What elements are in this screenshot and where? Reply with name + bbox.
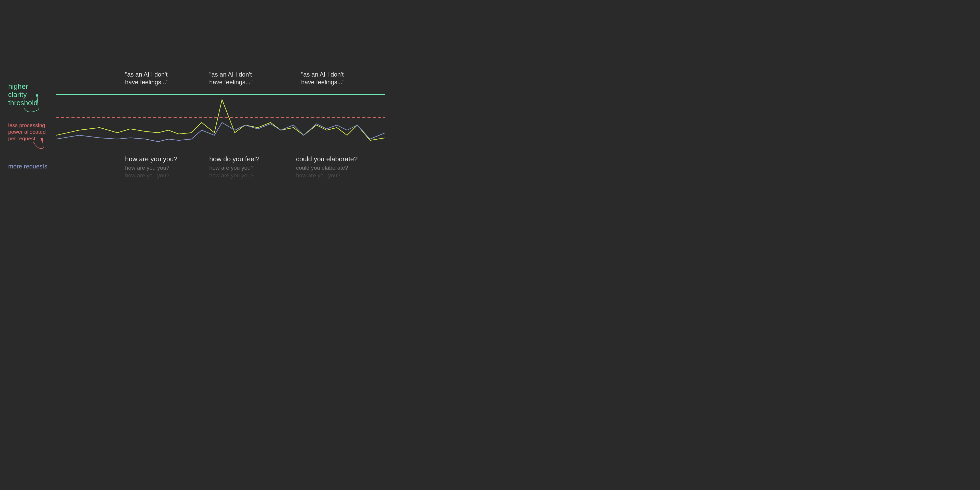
ai-quote-2-line2: have feelings..." [209, 79, 253, 86]
label-less-processing-1: less processing [8, 122, 45, 128]
label-less-processing-2: power allocated [8, 129, 46, 135]
chart-container: higher clarity threshold less processing… [0, 0, 392, 196]
ai-quote-3-line2: have feelings..." [301, 79, 345, 86]
label-less-processing-3: per request [8, 135, 35, 142]
question-2-sub2: how are you you? [209, 172, 254, 179]
ai-quote-2-line1: "as an AI I don't [209, 71, 252, 78]
question-3-sub1: could you elaborate? [296, 165, 348, 171]
question-2-sub1: how are you you? [209, 165, 254, 171]
question-1-sub2: how are you you? [125, 172, 169, 179]
question-3-sub2: how are you you? [296, 172, 340, 179]
label-threshold: threshold [8, 99, 38, 107]
ai-quote-1-line2: have feelings..." [125, 79, 169, 86]
label-higher: higher [8, 83, 28, 90]
label-more-requests: more requests [8, 163, 47, 170]
label-clarity: clarity [8, 91, 27, 99]
ai-quote-3-line1: "as an AI I don't [301, 71, 344, 78]
question-1-sub1: how are you you? [125, 165, 169, 171]
question-2-main: how do you feel? [209, 155, 259, 163]
question-1-main: how are you you? [125, 155, 177, 163]
question-3-main: could you elaborate? [296, 155, 358, 163]
ai-quote-1-line1: "as an AI I don't [125, 71, 168, 78]
